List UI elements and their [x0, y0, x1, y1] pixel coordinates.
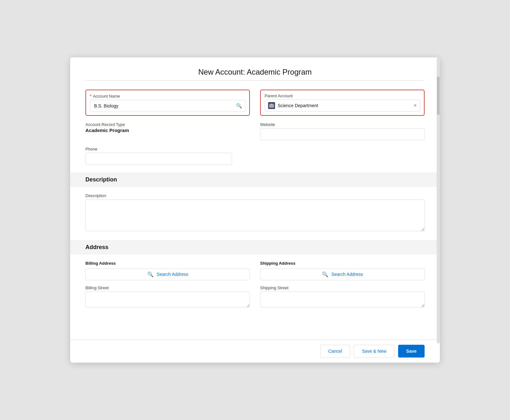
cancel-button[interactable]: Cancel [320, 345, 350, 357]
account-name-input[interactable] [90, 100, 245, 112]
svg-rect-8 [271, 104, 272, 105]
svg-rect-0 [270, 105, 273, 107]
shipping-address-col: Shipping Address 🔍 Search Address [260, 261, 425, 280]
svg-rect-6 [271, 106, 272, 107]
svg-rect-2 [270, 105, 271, 106]
phone-label: Phone [85, 147, 250, 151]
shipping-search-text: Search Address [332, 272, 363, 277]
description-label: Description [85, 193, 425, 198]
save-button[interactable]: Save [398, 345, 425, 357]
description-row: Description [85, 193, 425, 232]
street-row: Billing Street Shipping Street [85, 285, 425, 309]
svg-rect-7 [273, 106, 273, 107]
account-icon [268, 102, 275, 109]
shipping-street-col: Shipping Street [260, 285, 425, 309]
shipping-street-input[interactable] [260, 291, 425, 307]
billing-address-label: Billing Address [85, 261, 250, 266]
address-search-row: Billing Address 🔍 Search Address Shippin… [85, 261, 425, 280]
billing-street-label: Billing Street [85, 285, 250, 290]
required-marker: * [90, 93, 91, 99]
website-field: Website [260, 122, 425, 140]
modal-title: New Account: Academic Program [85, 68, 425, 81]
billing-address-search-button[interactable]: 🔍 Search Address [85, 268, 250, 280]
save-new-button[interactable]: Save & New [354, 345, 394, 357]
account-record-type-field: Account Record Type Academic Program [85, 122, 250, 140]
svg-rect-5 [270, 106, 271, 107]
shipping-street-label: Shipping Street [260, 285, 425, 290]
account-record-type-value: Academic Program [85, 128, 250, 133]
account-record-type-label: Account Record Type [85, 122, 250, 127]
shipping-search-icon: 🔍 [322, 271, 328, 277]
parent-account-label: Parent Account [265, 93, 420, 98]
account-name-label: * Account Name [90, 93, 245, 99]
modal-footer: Cancel Save & New Save [70, 339, 440, 363]
shipping-address-label: Shipping Address [260, 261, 425, 266]
billing-search-icon: 🔍 [147, 271, 154, 277]
building-icon [269, 103, 274, 108]
address-section-header: Address [70, 240, 440, 254]
account-name-parent-row: * Account Name 🔍 Parent Account [85, 90, 425, 116]
parent-account-input-wrapper: Science Department × [265, 99, 420, 112]
description-textarea[interactable] [85, 199, 425, 231]
scrollbar[interactable] [437, 57, 440, 343]
parent-account-field: Parent Account [260, 90, 425, 116]
phone-input[interactable] [85, 153, 232, 165]
phone-field: Phone [85, 147, 250, 165]
description-field: Description [85, 193, 425, 232]
record-type-website-row: Account Record Type Academic Program Web… [85, 122, 425, 140]
description-section-header: Description [70, 173, 440, 187]
website-label: Website [260, 122, 425, 127]
svg-rect-3 [271, 105, 272, 106]
website-input[interactable] [260, 128, 425, 140]
billing-street-input[interactable] [85, 291, 250, 307]
account-name-input-wrapper: 🔍 [90, 100, 245, 112]
phone-row: Phone [85, 147, 425, 165]
account-name-field: * Account Name 🔍 [85, 90, 250, 116]
billing-address-col: Billing Address 🔍 Search Address [85, 261, 250, 280]
svg-rect-4 [273, 105, 273, 106]
billing-street-col: Billing Street [85, 285, 250, 309]
scrollbar-thumb [437, 77, 440, 115]
new-account-modal: New Account: Academic Program * Account … [70, 57, 440, 363]
modal-body: New Account: Academic Program * Account … [70, 57, 440, 339]
billing-search-text: Search Address [157, 272, 188, 277]
parent-account-value: Science Department [278, 103, 411, 108]
phone-filler [260, 147, 425, 165]
clear-parent-account-button[interactable]: × [414, 103, 417, 108]
shipping-address-search-button[interactable]: 🔍 Search Address [260, 268, 425, 280]
